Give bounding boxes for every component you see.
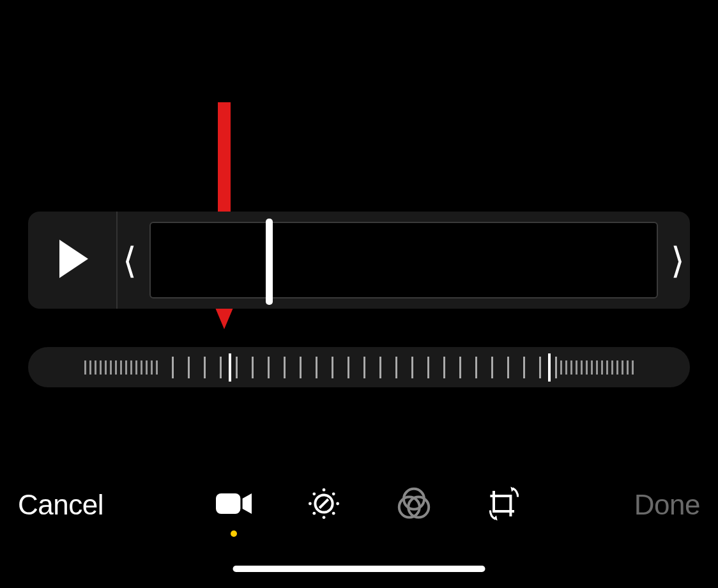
trim-handle-left[interactable]: ⟨ [123, 240, 137, 281]
svg-marker-18 [510, 487, 514, 492]
svg-point-7 [322, 488, 325, 491]
home-indicator[interactable] [233, 566, 485, 572]
play-button[interactable] [28, 212, 118, 309]
timeline-track[interactable]: ⟨ ⟩ [118, 212, 690, 309]
ruler-ticks [83, 347, 636, 387]
tab-filters[interactable] [396, 486, 432, 524]
speed-ruler[interactable] [28, 347, 690, 387]
adjust-dial-icon [306, 486, 342, 524]
tab-video[interactable] [216, 486, 252, 524]
bottom-toolbar: Cancel [0, 486, 718, 524]
video-camera-icon [216, 486, 252, 524]
svg-marker-19 [493, 515, 497, 520]
playhead[interactable] [266, 219, 273, 305]
trim-handle-right[interactable]: ⟩ [671, 240, 685, 281]
svg-marker-2 [59, 240, 88, 278]
svg-rect-3 [216, 493, 240, 514]
edit-mode-tabs [216, 486, 522, 524]
cancel-button[interactable]: Cancel [18, 489, 103, 521]
filters-circles-icon [396, 486, 432, 524]
play-icon [56, 240, 88, 281]
active-tab-indicator [231, 530, 237, 537]
video-preview [0, 0, 718, 212]
svg-point-13 [309, 502, 312, 506]
svg-point-11 [322, 516, 325, 519]
ruler-marker-right [548, 353, 551, 382]
svg-point-14 [312, 492, 316, 495]
svg-marker-4 [242, 493, 251, 514]
timeline-clip-area[interactable] [149, 222, 658, 298]
svg-point-12 [312, 512, 316, 515]
tab-adjust[interactable] [306, 486, 342, 524]
svg-line-6 [319, 499, 328, 508]
video-timeline: ⟨ ⟩ [28, 212, 690, 309]
svg-point-10 [332, 512, 335, 515]
crop-rotate-icon [486, 486, 522, 524]
svg-point-9 [336, 502, 339, 506]
tab-crop[interactable] [486, 486, 522, 524]
svg-point-8 [332, 492, 335, 495]
done-button[interactable]: Done [634, 489, 700, 521]
ruler-marker-left [229, 353, 231, 382]
